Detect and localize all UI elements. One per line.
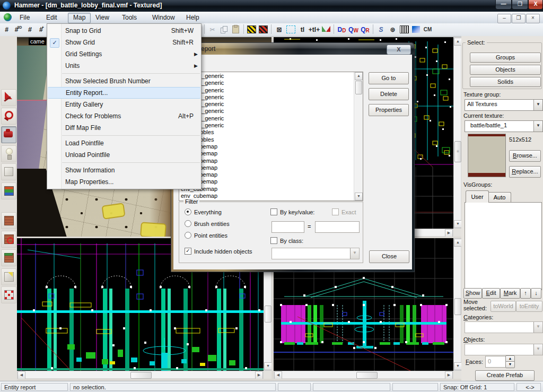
entity-list-item[interactable]: ambient_generic <box>179 87 354 94</box>
toolbar-qr-icon[interactable]: QR <box>360 24 371 35</box>
scroll-down-icon[interactable]: ▼ <box>454 220 462 228</box>
select-groups-button[interactable]: Groups <box>470 53 541 63</box>
entity-list-item[interactable]: env_cubemap <box>179 178 354 185</box>
menubar-item-view[interactable]: View <box>91 13 114 22</box>
texture-application-tool-icon[interactable] <box>1 182 16 199</box>
scroll-down-icon[interactable]: ▼ <box>264 362 272 370</box>
scrollbar-thumb[interactable] <box>454 298 461 315</box>
by-class-checkbox[interactable]: By class: <box>270 237 303 244</box>
menu-item-unload-pointfile[interactable]: Unload Pointfile <box>47 149 201 161</box>
scrollbar-thumb[interactable]: ≡ <box>454 141 461 162</box>
entity-list-item[interactable]: env_bubbles <box>179 136 354 143</box>
scrollbar-thumb[interactable] <box>130 372 152 379</box>
close-button[interactable]: X <box>528 0 543 10</box>
menu-item-show-information[interactable]: Show Information <box>47 164 201 176</box>
exact-checkbox[interactable]: Exact <box>332 208 356 215</box>
visgroup-mark-button[interactable]: Mark <box>500 288 520 299</box>
scroll-left-icon[interactable]: ◀ <box>274 371 282 379</box>
visgroups-list[interactable] <box>465 202 542 290</box>
cordon-cm-icon[interactable]: CM <box>422 24 433 35</box>
entity-list-item[interactable]: env_cubemap <box>179 158 354 164</box>
texture-lock-icon[interactable]: tl <box>297 24 308 35</box>
to-world-button[interactable]: toWorld <box>491 301 516 312</box>
menu-item-entity-gallery[interactable]: Entity Gallery <box>47 99 201 110</box>
scroll-right-icon[interactable]: ▶ <box>255 371 263 379</box>
select-objects-button[interactable]: Objects <box>470 65 541 75</box>
magnify-selection-icon[interactable] <box>285 24 296 35</box>
menubar-item-window[interactable]: Window <box>147 13 180 22</box>
camera-tool-icon[interactable] <box>1 126 16 143</box>
entity-list-item[interactable]: ambient_generic <box>179 115 354 122</box>
move-up-icon[interactable]: ↑ <box>520 288 531 299</box>
toolbar-dd-icon[interactable]: DD <box>336 24 347 35</box>
menu-item-units[interactable]: Units▶ <box>47 60 201 72</box>
filter-everything-radio[interactable]: Everything <box>185 208 222 215</box>
scroll-right-icon[interactable]: ▶ <box>445 371 453 379</box>
move-down-icon[interactable]: ↓ <box>531 288 541 299</box>
objects-dropdown[interactable]: ▼ <box>465 344 543 355</box>
class-dropdown[interactable]: ▼ <box>272 248 360 259</box>
scrollbar-thumb[interactable] <box>265 306 272 323</box>
mdi-restore-button[interactable]: ❐ <box>512 14 526 23</box>
entity-list-item[interactable]: env_bubbles <box>179 129 354 136</box>
menu-item-show-selected-brush-number[interactable]: Show Selected Brush Number <box>47 75 201 87</box>
scrollbar-thumb[interactable] <box>356 372 378 379</box>
apply-decals-tool-icon[interactable] <box>1 231 16 248</box>
copy-icon[interactable] <box>218 24 230 35</box>
model-fade-preview-icon[interactable] <box>320 24 331 35</box>
value-input[interactable] <box>315 221 360 233</box>
clipping-tool-icon[interactable] <box>1 268 16 285</box>
texture-group-dropdown[interactable]: All Textures ▼ <box>465 99 543 111</box>
mdi-close-button[interactable]: × <box>526 14 540 23</box>
entity-list-item[interactable]: ambient_generic <box>179 108 354 115</box>
scrollbar-vertical[interactable]: ▲ ≡ ▼ <box>453 37 461 229</box>
entity-list-item[interactable]: env_cubemap <box>179 150 354 157</box>
scroll-up-icon[interactable]: ▲ <box>454 38 462 46</box>
entity-list-item[interactable]: env_cubemap <box>179 193 354 199</box>
sphere-icon[interactable]: ⊕ <box>387 24 398 35</box>
menu-item-entity-report[interactable]: Entity Report... <box>48 87 200 99</box>
tab-auto[interactable]: Auto <box>488 192 511 203</box>
scrollbar-thumb[interactable] <box>355 81 362 94</box>
cordon-edit-icon[interactable] <box>258 24 269 35</box>
categories-dropdown[interactable]: ▼ <box>465 321 543 333</box>
displacement-mask-icon[interactable] <box>399 24 410 35</box>
dialog-close-button[interactable]: Close <box>369 250 409 263</box>
texture-shift-icon[interactable] <box>410 24 422 35</box>
mdi-minimize-button[interactable]: – <box>497 14 511 23</box>
radio-icon[interactable] <box>185 220 191 227</box>
menu-item-load-pointfile[interactable]: Load Pointfile <box>47 137 201 149</box>
toolbar-qw-icon[interactable]: QW <box>348 24 359 35</box>
dialog-close-icon[interactable]: X <box>387 45 411 55</box>
entity-list-item[interactable]: ambient_generic <box>179 94 354 101</box>
vertex-scale-icon[interactable]: S <box>375 24 387 35</box>
checkbox-icon[interactable] <box>270 237 277 244</box>
entity-list-item[interactable]: env_cubemap <box>179 143 354 150</box>
current-texture-dropdown[interactable]: battle/battle_1 ▼ <box>465 120 543 132</box>
faces-field[interactable]: 0 <box>485 356 507 368</box>
entity-report-dialog[interactable]: Entity Report X ambient_genericambient_g… <box>171 42 415 272</box>
title-bar[interactable]: Hammer - [dm_battle_lobby_final.vmf - Te… <box>0 0 543 12</box>
chevron-down-icon[interactable]: ▼ <box>533 100 542 110</box>
scroll-up-icon[interactable]: ▲ <box>355 72 363 80</box>
block-tool-icon[interactable] <box>1 163 16 180</box>
menu-item-diff-map-file[interactable]: Diff Map File <box>47 122 201 134</box>
delete-button[interactable]: Delete <box>369 88 409 100</box>
apply-overlays-tool-icon[interactable] <box>1 249 16 266</box>
menu-item-check-for-problems[interactable]: Check for ProblemsAlt+P <box>47 110 201 122</box>
entity-list[interactable]: ambient_genericambient_genericambient_ge… <box>179 72 363 201</box>
menu-item-snap-to-grid[interactable]: Snap to GridShift+W <box>47 25 201 37</box>
larger-grid-icon[interactable]: #+ <box>36 24 47 35</box>
scrollbar-horizontal[interactable]: ◀ ▶ <box>274 371 453 379</box>
filter-brush-radio[interactable]: Brush entities <box>185 220 230 227</box>
dialog-title-bar[interactable]: Entity Report X <box>171 43 414 55</box>
menu-item-map-properties[interactable]: Map Properties... <box>47 176 201 188</box>
menubar-item-map[interactable]: Map <box>68 13 91 23</box>
scroll-up-icon[interactable]: ▲ <box>454 239 462 247</box>
apply-current-texture-tool-icon[interactable] <box>1 212 16 229</box>
key-input[interactable] <box>272 221 304 233</box>
viewport-label[interactable]: came <box>29 38 46 45</box>
create-prefab-button[interactable]: Create Prefab <box>475 370 535 381</box>
minimize-button[interactable]: — <box>495 0 512 10</box>
menu-item-show-grid[interactable]: ✓Show GridShift+R <box>47 37 201 48</box>
